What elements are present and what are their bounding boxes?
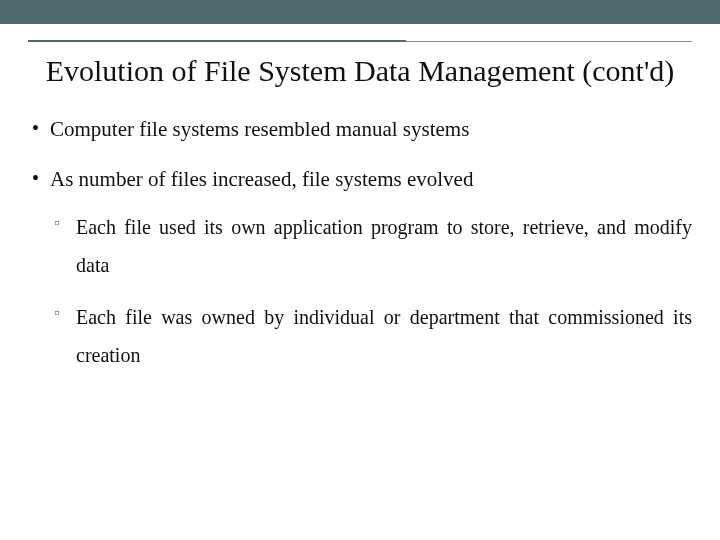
bullet-text: As number of files increased, file syste… [50,167,473,191]
bullet-text: Computer file systems resembled manual s… [50,117,469,141]
slide-body: Computer file systems resembled manual s… [28,114,692,375]
list-item: Each file was owned by individual or dep… [50,298,692,374]
list-item: Each file used its own application progr… [50,208,692,284]
list-item: Computer file systems resembled manual s… [28,114,692,144]
bullet-list: Computer file systems resembled manual s… [28,114,692,375]
slide: Evolution of File System Data Management… [0,0,720,540]
sub-bullet-list: Each file used its own application progr… [50,208,692,374]
sub-bullet-text: Each file was owned by individual or dep… [76,306,692,366]
top-accent-bar [0,0,720,24]
list-item: As number of files increased, file syste… [28,164,692,374]
slide-title: Evolution of File System Data Management… [28,52,692,90]
sub-bullet-text: Each file used its own application progr… [76,216,692,276]
